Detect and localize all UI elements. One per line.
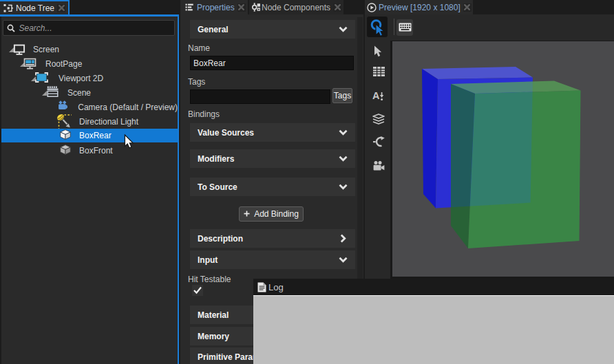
svg-text:A: A	[372, 90, 380, 101]
